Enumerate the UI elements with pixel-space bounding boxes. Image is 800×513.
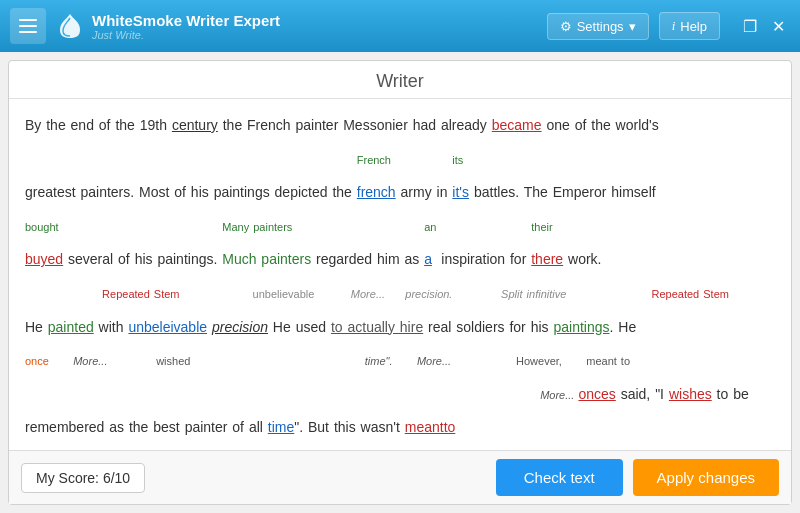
- text-line-3: bought buyed several of his paintings. M…: [25, 251, 601, 267]
- window-controls: ❐ ✕: [738, 14, 790, 38]
- main-container: Writer By the end of the 19th century th…: [8, 60, 792, 505]
- text-line-5-labels: once More... wished time". More... Howev…: [25, 355, 630, 401]
- menu-button[interactable]: [10, 8, 46, 44]
- app-name: WhiteSmoke Writer Expert Just Write.: [92, 12, 280, 41]
- apply-changes-button[interactable]: Apply changes: [633, 459, 779, 496]
- close-button[interactable]: ✕: [766, 14, 790, 38]
- text-line-4: He painted with unbeleivable precision H…: [25, 319, 636, 335]
- settings-button[interactable]: ⚙ Settings ▾: [547, 13, 649, 40]
- check-text-button[interactable]: Check text: [496, 459, 623, 496]
- score-badge: My Score: 6/10: [21, 463, 145, 493]
- text-line-2: greatest painters. Most of his paintings…: [25, 184, 656, 200]
- text-content: By the end of the 19th century the Frenc…: [25, 109, 775, 450]
- restore-button[interactable]: ❐: [738, 14, 762, 38]
- app-subtitle: Just Write.: [92, 29, 280, 41]
- writer-title: Writer: [9, 61, 791, 99]
- logo-icon: [56, 12, 84, 40]
- logo-area: WhiteSmoke Writer Expert Just Write.: [56, 12, 280, 41]
- chevron-down-icon: ▾: [629, 19, 636, 34]
- text-area[interactable]: By the end of the 19th century the Frenc…: [9, 99, 791, 450]
- title-bar: WhiteSmoke Writer Expert Just Write. ⚙ S…: [0, 0, 800, 52]
- info-icon: i: [672, 18, 676, 34]
- help-button[interactable]: i Help: [659, 12, 720, 40]
- text-line-4-labels: Repeated Stem unbelievable More... preci…: [25, 288, 729, 300]
- app-title: WhiteSmoke Writer Expert: [92, 12, 280, 29]
- text-line-1: By the end of the 19th century the Frenc…: [25, 117, 659, 133]
- gear-icon: ⚙: [560, 19, 572, 34]
- bottom-bar: My Score: 6/10 Check text Apply changes: [9, 450, 791, 504]
